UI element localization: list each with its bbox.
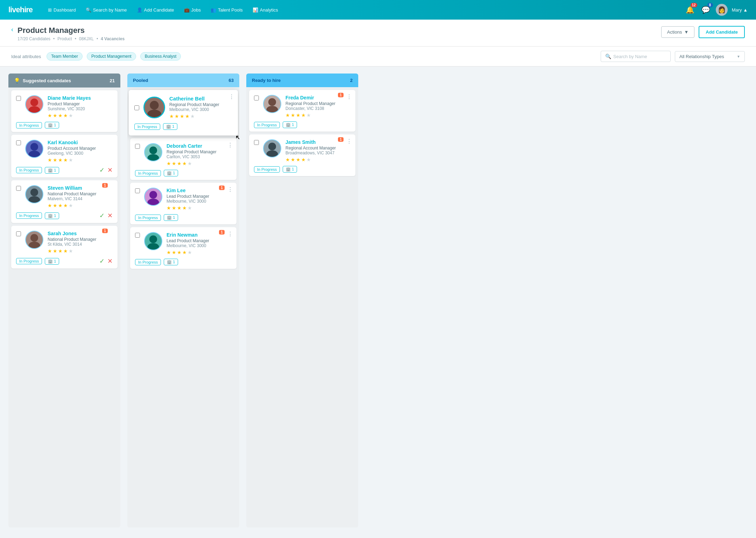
avatar-freda (263, 95, 281, 113)
col-body-suggested: Diane Marie Hayes Product Manager Sunshi… (8, 88, 120, 527)
info-sarah: Sarah Jones National Product Manager St … (48, 231, 113, 254)
col-count-pooled: 63 (229, 78, 234, 83)
more-btn-kim[interactable]: ⋮ (227, 186, 233, 193)
actions-button[interactable]: Actions ▼ (661, 26, 695, 38)
tag-product-management[interactable]: Product Management (87, 52, 136, 61)
checkbox-diane[interactable] (16, 96, 21, 101)
jobs-catherine: 🏢 1 (163, 123, 177, 130)
more-btn-james[interactable]: ⋮ (346, 138, 352, 145)
meta-product: Product (57, 36, 72, 41)
col-title-suggested: Suggested candidates (23, 78, 71, 83)
chevron-down-icon: ▼ (737, 55, 740, 58)
avatar-steven (25, 185, 43, 203)
bulb-icon: 💡 (14, 78, 20, 83)
status-catherine: In Progress (134, 124, 160, 130)
card-diane: Diane Marie Hayes Product Manager Sunshi… (11, 90, 118, 132)
col-title-ready: Ready to hire (252, 78, 281, 83)
nav-dashboard[interactable]: ⊞ Dashboard (44, 5, 80, 15)
location-steven: Malvern, VIC 3144 (48, 196, 113, 201)
more-btn-freda[interactable]: ⋮ (346, 93, 352, 100)
jobs-diane: 🏢 1 (45, 122, 59, 128)
avatar-karl (25, 140, 43, 158)
info-james: James Smith Regional Account Manager Bro… (285, 139, 351, 162)
checkbox-kim[interactable] (135, 188, 140, 193)
svg-point-7 (28, 242, 40, 249)
card-james: 1 ⋮ James Smith Regional Account Manager… (249, 134, 355, 176)
checkbox-catherine[interactable] (134, 105, 139, 110)
svg-point-16 (268, 98, 276, 106)
svg-point-17 (266, 106, 278, 113)
nav-talent-pools[interactable]: 👥 Talent Pools (206, 5, 247, 15)
user-avatar[interactable]: 👩 (716, 4, 728, 16)
name-catherine[interactable]: Catherine Bell (169, 96, 232, 102)
svg-point-3 (28, 151, 40, 158)
checkbox-steven[interactable] (16, 186, 21, 191)
relationship-type-select[interactable]: All Relationship Types ▼ (675, 51, 745, 62)
jobs-erin: 🏢 1 (164, 259, 178, 265)
notif-erin: 1 (219, 230, 225, 235)
status-freda: In Progress (254, 122, 280, 128)
status-james: In Progress (254, 166, 280, 173)
col-header-suggested: 💡 Suggested candidates 21 (8, 74, 120, 88)
nav-add-candidate[interactable]: 👤 Add Candidate (133, 5, 178, 15)
avatar-diane (25, 95, 43, 113)
name-diane[interactable]: Diane Marie Hayes (48, 95, 113, 101)
stars-erin: ★ ★ ★ ★ ★ (167, 250, 232, 255)
more-btn-catherine[interactable]: ⋮ (229, 93, 234, 100)
checkbox-karl[interactable] (16, 140, 21, 145)
checkbox-deborah[interactable] (135, 144, 140, 149)
notif-freda: 1 (338, 93, 344, 97)
footer-steven: In Progress 🏢 1 ✓ ✕ (16, 212, 113, 219)
nav-analytics[interactable]: 📊 Analytics (248, 5, 282, 15)
jobs-steven: 🏢 1 (45, 212, 59, 219)
user-name-display[interactable]: Mary ▲ (732, 7, 748, 13)
checkbox-freda[interactable] (254, 96, 259, 100)
search-input-box[interactable]: 🔍 Search by Name (601, 51, 671, 62)
nav-links: ⊞ Dashboard 🔍 Search by Name 👤 Add Candi… (44, 5, 684, 15)
more-btn-deborah[interactable]: ⋮ (227, 142, 233, 148)
svg-point-11 (147, 154, 159, 161)
rel-type-label: All Relationship Types (679, 54, 724, 59)
location-catherine: Melbourne, VIC 3000 (169, 107, 232, 112)
svg-point-19 (266, 151, 278, 158)
checkbox-erin[interactable] (135, 233, 140, 238)
notifications-bell[interactable]: 🔔 12 (684, 4, 696, 15)
status-erin: In Progress (135, 259, 161, 265)
cross-sarah[interactable]: ✕ (107, 257, 113, 265)
status-kim: In Progress (135, 215, 161, 221)
jobs-james: 🏢 1 (283, 166, 297, 173)
status-diane: In Progress (16, 122, 42, 128)
tag-business-analyst[interactable]: Business Analyst (140, 52, 181, 61)
jobs-kim: 🏢 1 (164, 214, 178, 221)
back-button[interactable]: ‹ (11, 26, 13, 33)
nav-search[interactable]: 🔍 Search by Name (82, 5, 131, 15)
add-candidate-button[interactable]: Add Candidate (699, 26, 745, 38)
notifications-chat[interactable]: 💬 8 (700, 4, 712, 15)
cross-karl[interactable]: ✕ (107, 166, 113, 174)
avatar-sarah (25, 231, 43, 249)
logo[interactable]: livehire (8, 5, 33, 14)
stars-freda: ★ ★ ★ ★ ★ (285, 112, 351, 118)
stars-deborah: ★ ★ ★ ★ ★ (167, 161, 232, 166)
col-header-ready: Ready to hire 2 (246, 74, 358, 87)
tick-karl[interactable]: ✓ (99, 166, 105, 174)
card-catherine: ⋮ Catherine Bell Regional Product Manage… (129, 90, 238, 135)
col-body-pooled: ⋮ Catherine Bell Regional Product Manage… (127, 87, 239, 527)
notif-james: 1 (338, 137, 344, 142)
search-icon: 🔍 (605, 54, 611, 59)
role-karl: Product Account Manager (48, 146, 113, 151)
checkbox-sarah[interactable] (16, 231, 21, 236)
name-karl[interactable]: Karl Kanooki (48, 140, 113, 145)
more-btn-erin[interactable]: ⋮ (227, 231, 233, 237)
name-deborah[interactable]: Deborah Carter (167, 143, 232, 149)
kanban-board: 💡 Suggested candidates 21 Diane Marie Ha… (0, 67, 756, 534)
tick-sarah[interactable]: ✓ (99, 257, 105, 265)
status-steven: In Progress (16, 212, 42, 219)
checkbox-james[interactable] (254, 140, 259, 145)
tick-steven[interactable]: ✓ (99, 212, 105, 219)
nav-jobs[interactable]: 💼 Jobs (180, 5, 205, 15)
svg-point-0 (30, 98, 38, 106)
cross-steven[interactable]: ✕ (107, 212, 113, 219)
tag-team-member[interactable]: Team Member (47, 52, 83, 61)
svg-point-18 (268, 142, 276, 150)
